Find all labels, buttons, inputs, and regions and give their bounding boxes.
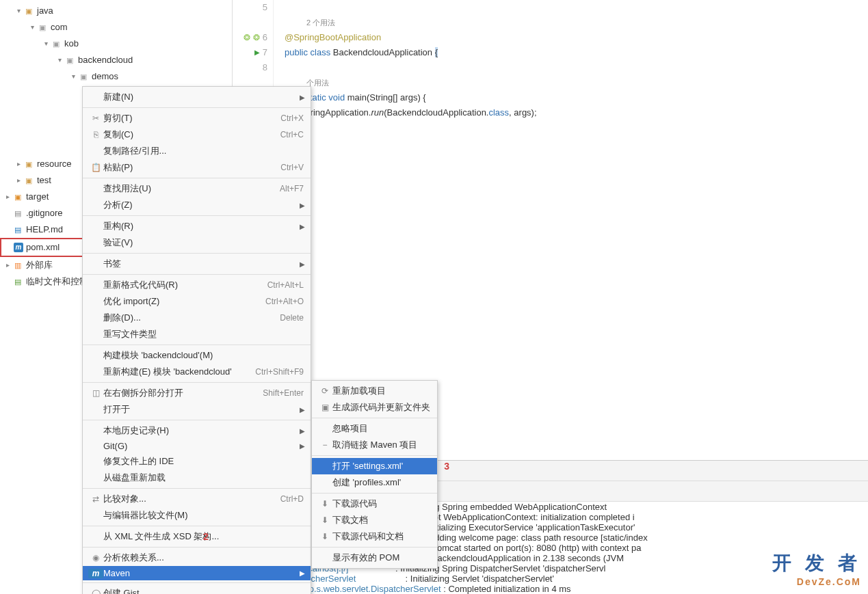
menu-buildmod[interactable]: 构建模块 'backendcloud'(M) [83, 347, 311, 364]
tree-label: test [37, 174, 51, 187]
chevron-right-icon: ▶ [300, 569, 305, 577]
tree-label: demos [92, 70, 118, 83]
chevron-down-icon: ▾ [27, 21, 37, 34]
download-icon: ⬇ [317, 515, 332, 525]
download-icon: ⬇ [317, 499, 332, 509]
chevron-right-icon: ▸ [3, 190, 12, 204]
menu-findusages[interactable]: 查找用法(U)Alt+F7 [83, 180, 311, 197]
lib-icon: ▥ [12, 260, 23, 271]
menu-analyzedep[interactable]: ◉分析依赖关系... [83, 550, 311, 566]
menu-creategist[interactable]: ◯创建 Gist... [83, 585, 311, 594]
chevron-right-icon: ▸ [3, 258, 12, 272]
marker-3: 3 [444, 461, 449, 472]
submenu-ignore[interactable]: 忽略项目 [312, 420, 437, 437]
copy-icon: ⎘ [88, 130, 103, 139]
folder-icon: ▣ [12, 191, 23, 202]
menu-maven[interactable]: mMaven▶ [83, 566, 311, 580]
split-icon: ◫ [88, 388, 103, 398]
submenu-dlsrc[interactable]: ⬇下载源代码 [312, 496, 437, 512]
file-icon: ▤ [12, 208, 23, 219]
usage-hint[interactable]: 个用法 [285, 75, 537, 90]
submenu-dldoc[interactable]: ⬇下载文档 [312, 512, 437, 528]
menu-openright[interactable]: ◫在右侧拆分部分打开Shift+Enter [83, 385, 311, 401]
submenu-opensettings[interactable]: 打开 'settings.xml'3 [312, 458, 437, 474]
menu-compare[interactable]: ⇄比较对象...Ctrl+D [83, 491, 311, 507]
chevron-right-icon: ▶ [300, 427, 305, 435]
tree-label: backendcloud [78, 53, 133, 67]
reload-icon: ⟳ [317, 386, 332, 396]
chevron-right-icon: ▸ [14, 174, 23, 187]
menu-override[interactable]: 重写文件类型 [83, 326, 311, 342]
tree-label: kob [64, 37, 79, 51]
menu-new[interactable]: 新建(N)▶ [83, 89, 311, 105]
tree-demos[interactable]: ▾▣demos [0, 68, 232, 85]
chevron-right-icon: ▶ [300, 260, 305, 268]
chevron-right-icon: ▸ [14, 157, 23, 171]
graph-icon: ◉ [88, 553, 103, 563]
markdown-icon: ▤ [12, 224, 23, 235]
context-menu: 新建(N)▶ ✂剪切(T)Ctrl+X ⎘复制(C)Ctrl+C 复制路径/引用… [82, 86, 311, 594]
usage-hint[interactable]: 2 个用法 [285, 15, 537, 30]
menu-copypath[interactable]: 复制路径/引用... [83, 143, 311, 159]
folder-icon: ▣ [317, 403, 332, 412]
menu-git[interactable]: Git(G)▶ [83, 439, 311, 453]
tree-label: target [26, 190, 49, 204]
submenu-gensrc[interactable]: ▣生成源代码并更新文件夹 [312, 399, 437, 416]
menu-analyze[interactable]: 分析(Z)▶ [83, 197, 311, 213]
marker-2: 2 [203, 531, 209, 542]
chevron-right-icon: ▶ [300, 442, 305, 450]
menu-openin[interactable]: 打开于▶ [83, 401, 311, 418]
menu-refactor[interactable]: 重构(R)▶ [83, 218, 311, 234]
folder-icon: ▣ [23, 175, 34, 186]
submenu-unlink[interactable]: −取消链接 Maven 项目 [312, 437, 437, 453]
submenu-dlboth[interactable]: ⬇下载源代码和文档 [312, 528, 437, 545]
chevron-right-icon: ▶ [300, 202, 305, 209]
submenu-reload[interactable]: ⟳重新加载项目 [312, 383, 437, 399]
folder-icon: ▣ [37, 22, 48, 33]
menu-delete[interactable]: 删除(D)...Delete [83, 310, 311, 326]
chevron-right-icon: ▶ [300, 406, 305, 414]
menu-optimport[interactable]: 优化 import(Z)Ctrl+Alt+O [83, 293, 311, 310]
tree-label: HELP.md [26, 223, 63, 237]
menu-cut[interactable]: ✂剪切(T)Ctrl+X [83, 110, 311, 126]
menu-reformat[interactable]: 重新格式化代码(R)Ctrl+Alt+L [83, 277, 311, 293]
maven-submenu: ⟳重新加载项目 ▣生成源代码并更新文件夹 忽略项目 −取消链接 Maven 项目… [311, 380, 438, 569]
menu-compareeditor[interactable]: 与编辑器比较文件(M) [83, 507, 311, 524]
chevron-down-icon: ▾ [55, 53, 64, 67]
menu-paste[interactable]: 📋粘贴(P)Ctrl+V [83, 159, 311, 176]
diff-icon: ⇄ [88, 494, 103, 504]
menu-repair[interactable]: 修复文件上的 IDE [83, 453, 311, 470]
submenu-createprofiles[interactable]: 创建 'profiles.xml' [312, 474, 437, 491]
chevron-down-icon: ▾ [41, 37, 51, 51]
menu-bookmark[interactable]: 书签▶ [83, 256, 311, 272]
submenu-showpom[interactable]: 显示有效的 POM [312, 550, 437, 566]
paste-icon: 📋 [88, 163, 103, 172]
run-icon[interactable]: ▶ [254, 45, 260, 60]
folder-icon: ▣ [23, 5, 34, 16]
cut-icon: ✂ [88, 113, 103, 123]
menu-copy[interactable]: ⎘复制(C)Ctrl+C [83, 126, 311, 143]
tree-com[interactable]: ▾▣com [0, 19, 232, 36]
download-icon: ⬇ [317, 532, 332, 541]
tree-label: resource [37, 157, 72, 171]
tree-java[interactable]: ▾▣java [0, 3, 232, 19]
menu-reload[interactable]: 从磁盘重新加载 [83, 470, 311, 486]
folder-icon: ▣ [51, 38, 62, 49]
chevron-down-icon: ▾ [14, 4, 23, 18]
tree-label: java [37, 4, 53, 18]
folder-icon: ▣ [78, 71, 89, 82]
menu-validate[interactable]: 验证(V) [83, 234, 311, 251]
menu-genxsd[interactable]: 从 XML 文件生成 XSD 架构...2 [83, 528, 311, 545]
menu-rebuild[interactable]: 重新构建(E) 模块 'backendcloud'Ctrl+Shift+F9 [83, 364, 311, 380]
menu-localhist[interactable]: 本地历史记录(H)▶ [83, 422, 311, 439]
folder-icon: ▣ [23, 159, 34, 170]
maven-icon: m [88, 569, 103, 578]
tree-kob[interactable]: ▾▣kob [0, 36, 232, 52]
scratch-icon: ▤ [12, 276, 23, 287]
chevron-down-icon: ▾ [68, 70, 78, 83]
tree-label: .gitignore [26, 206, 62, 220]
bean-icon: ❂ [253, 30, 260, 45]
bean-icon: ❂ [244, 30, 250, 45]
tree-label: pom.xml [26, 241, 60, 254]
tree-backendcloud[interactable]: ▾▣backendcloud [0, 52, 232, 68]
